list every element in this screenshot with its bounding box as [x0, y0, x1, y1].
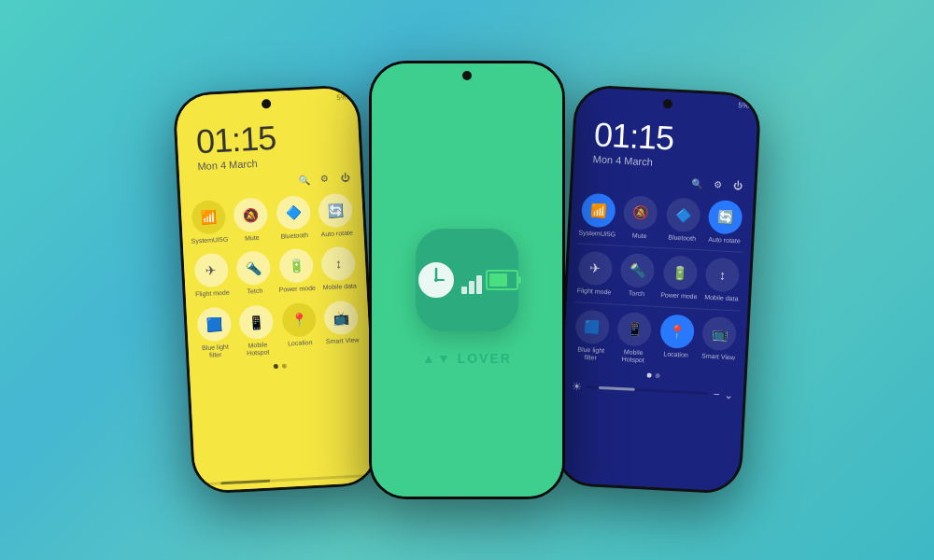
qs-blue-light-label-right: Blue light filter: [571, 345, 610, 363]
quick-settings-row1-left: 📶 SystemUI5G 🔕 Mute 🔷 Bluetooth 🔄 Auto r…: [180, 188, 364, 250]
data-icon-left: ↕: [321, 246, 357, 282]
qs-hotspot-right[interactable]: 📱 Mobile Hotspot: [614, 311, 655, 365]
qs-torch-label-right: Torch: [629, 290, 645, 299]
qs-location-right[interactable]: 📍 Location: [656, 314, 697, 368]
settings-icon-left[interactable]: ⚙: [318, 172, 332, 186]
qs-bluetooth-right[interactable]: 🔷 Bluetooth: [662, 197, 703, 243]
qs-rotate-left[interactable]: 🔄 Auto rotate: [316, 192, 357, 238]
qs-data-left[interactable]: ↕ Mobile data: [318, 246, 360, 292]
clock-icon: [416, 259, 458, 301]
phone-left: 5% 01:15 Mon 4 March 🔍 ⚙ ⏻ 📶 SystemUI5G: [172, 84, 379, 495]
cast-icon-left: 📺: [324, 300, 360, 335]
data-icon-right: ↕: [705, 258, 741, 293]
qs-torch-label-left: Tetch: [247, 287, 262, 296]
power-icon-qs-right: 🔋: [662, 256, 698, 291]
expand-icon-right[interactable]: ⌄: [724, 387, 734, 401]
battery-left: 5%: [336, 93, 347, 103]
quick-settings-row3-left: 🟦 Blue light filter 📱 Mobile Hotspot 📍 L…: [186, 295, 370, 366]
power-icon-right[interactable]: ⏻: [731, 178, 745, 192]
qs-flight-label-right: Flight mode: [576, 287, 611, 297]
qs-cast-right[interactable]: 📺 Smart View: [699, 315, 740, 370]
search-icon-right[interactable]: 🔍: [690, 176, 704, 190]
qs-bluetooth-label-left: Bluetooth: [280, 231, 308, 241]
dot-1-right: [647, 372, 652, 377]
flight-icon-right: ✈: [577, 251, 613, 287]
qs-systemui5g-label-right: SystemUI5G: [578, 229, 616, 238]
cast-icon-right: 📺: [701, 315, 737, 351]
camera-notch-center: [462, 71, 472, 80]
app-icon-bg: [416, 229, 518, 331]
bluetooth-icon-left: 🔷: [276, 195, 311, 231]
scroll-thumb-left: [221, 480, 270, 485]
qs-cast-label-left: Smart View: [326, 336, 360, 345]
qs-hotspot-left[interactable]: 📱 Mobile Hotspot: [236, 304, 277, 358]
qs-power-left[interactable]: 🔋 Power mode: [276, 248, 317, 294]
qs-mute-left[interactable]: 🔕 Mute: [231, 197, 272, 243]
qs-rotate-right[interactable]: 🔄 Auto rotate: [705, 200, 746, 245]
qs-rotate-label-left: Auto rotate: [320, 230, 353, 239]
qs-cast-left[interactable]: 📺 Smart View: [321, 300, 362, 354]
torch-icon-right: 🔦: [620, 253, 656, 288]
quick-settings-row2-left: ✈ Flight mode 🔦 Tetch 🔋 Power mode ↕ Mob…: [183, 241, 367, 303]
qs-blue-light-label-left: Blue light filter: [196, 343, 235, 360]
qs-data-right[interactable]: ↕ Mobile data: [701, 258, 743, 303]
qs-location-left[interactable]: 📍 Location: [278, 301, 319, 356]
qs-flight-label-left: Flight mode: [195, 289, 230, 299]
qs-flight-right[interactable]: ✈ Flight mode: [574, 251, 616, 297]
qs-location-label-right: Location: [663, 350, 688, 359]
hotspot-icon-left: 📱: [239, 304, 275, 340]
qs-blue-light-left[interactable]: 🟦 Blue light filter: [193, 306, 234, 360]
qs-mute-label-right: Mute: [632, 231, 647, 240]
power-icon-qs-left: 🔋: [278, 248, 314, 284]
quick-settings-row3-right: 🟦 Blue light filter 📱 Mobile Hotspot 📍 L…: [563, 304, 747, 375]
battery-icon: [486, 270, 518, 290]
phone-left-inner: 5% 01:15 Mon 4 March 🔍 ⚙ ⏻ 📶 SystemUI5G: [176, 87, 377, 492]
qs-flight-left[interactable]: ✈ Flight mode: [191, 253, 232, 299]
search-icon-left[interactable]: 🔍: [297, 173, 311, 187]
scroll-track-left[interactable]: [205, 474, 367, 485]
qs-bluetooth-left[interactable]: 🔷 Bluetooth: [273, 195, 314, 241]
torch-icon-left: 🔦: [236, 251, 272, 287]
qs-systemui5g-right[interactable]: 📶 SystemUI5G: [577, 192, 618, 238]
mute-icon-right: 🔕: [623, 195, 658, 231]
signal-bar-3: [476, 275, 482, 294]
scroll-track-right[interactable]: [587, 385, 709, 395]
scroll-area-left: [195, 469, 377, 492]
qs-data-label-right: Mobile data: [704, 294, 739, 303]
qs-hotspot-label-right: Mobile Hotspot: [614, 347, 653, 365]
app-icon-inner: [416, 259, 518, 301]
phone-center-inner: ▲▼ LOVER: [372, 63, 562, 497]
dot-2-right: [656, 373, 660, 378]
location-icon-left: 📍: [281, 302, 317, 338]
center-app-area: [372, 63, 562, 497]
blue-light-icon-left: 🟦: [196, 306, 232, 342]
signal-bar-2: [469, 281, 474, 294]
mute-icon-left: 🔕: [234, 197, 269, 232]
wifi-icon-right: 📶: [581, 193, 616, 229]
power-icon-left[interactable]: ⏻: [338, 171, 352, 185]
qs-torch-right[interactable]: 🔦 Torch: [616, 253, 658, 299]
signal-bar-1: [461, 287, 467, 294]
brightness-icon-right[interactable]: ☀: [572, 380, 583, 394]
qs-bluetooth-label-right: Bluetooth: [668, 233, 696, 243]
qs-mute-right[interactable]: 🔕 Mute: [620, 195, 661, 241]
signal-bars-icon: [461, 266, 482, 294]
qs-location-label-left: Location: [288, 339, 313, 348]
qs-power-label-left: Power mode: [278, 285, 316, 294]
qs-power-right[interactable]: 🔋 Power mode: [659, 256, 700, 301]
qs-data-label-left: Mobile data: [322, 283, 357, 292]
qs-cast-label-right: Smart View: [701, 352, 735, 361]
rotate-icon-left: 🔄: [318, 193, 354, 229]
phone-right: 5% 01:15 Mon 4 March 🔍 ⚙ ⏻ 📶 SystemUI5G: [554, 84, 761, 495]
qs-systemui5g-left[interactable]: 📶 SystemUI5G: [188, 200, 229, 245]
qs-hotspot-label-left: Mobile Hotspot: [238, 341, 277, 358]
blue-light-icon-right: 🟦: [574, 309, 610, 344]
quick-settings-row1-right: 📶 SystemUI5G 🔕 Mute 🔷 Bluetooth 🔄 Auto r…: [570, 188, 754, 250]
minus-icon-right[interactable]: −: [713, 387, 720, 400]
svg-point-4: [434, 278, 438, 282]
settings-icon-right[interactable]: ⚙: [711, 177, 725, 191]
qs-blue-light-right[interactable]: 🟦 Blue light filter: [571, 309, 612, 363]
scene: 5% 01:15 Mon 4 March 🔍 ⚙ ⏻ 📶 SystemUI5G: [0, 0, 934, 560]
qs-systemui5g-label-left: SystemUI5G: [191, 236, 228, 245]
qs-torch-left[interactable]: 🔦 Tetch: [234, 251, 275, 297]
